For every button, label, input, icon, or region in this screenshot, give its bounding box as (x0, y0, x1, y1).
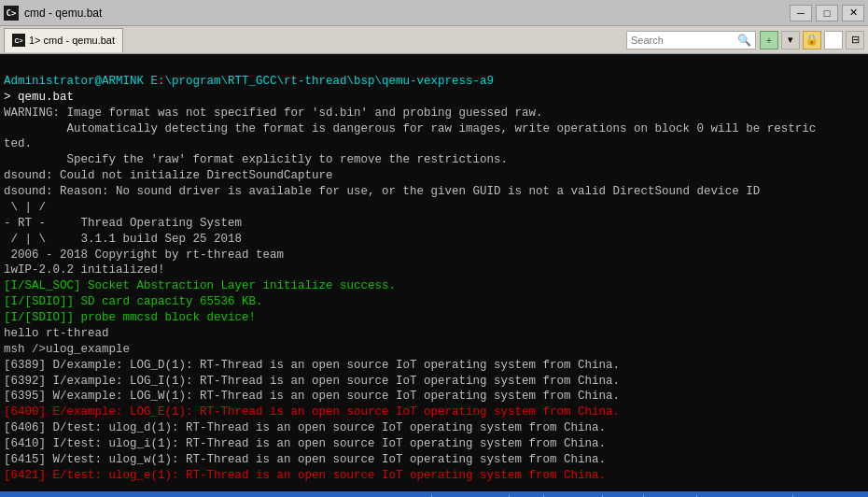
terminal-line: lwIP-2.0.2 initialized! (4, 263, 864, 278)
dropdown-button[interactable]: ▾ (781, 31, 800, 50)
terminal-line: [6410] I/test: ulog_i(1): RT-Thread is a… (4, 436, 864, 452)
search-button[interactable]: 🔍 (737, 34, 751, 47)
terminal-line: msh />ulog_example (4, 342, 864, 358)
toolbar: C> 1> cmd - qemu.bat 🔍 + ▾ 🔒 ≡ ⊟ (0, 26, 868, 54)
search-input[interactable] (631, 35, 734, 46)
terminal-line: hello rt-thread (4, 326, 864, 342)
terminal-line: [6395] W/example: LOG_W(1): RT-Thread is… (4, 389, 864, 405)
terminal-line: [6389] D/example: LOG_D(1): RT-Thread is… (4, 358, 864, 374)
terminal-line: [6392] I/example: LOG_I(1): RT-Thread is… (4, 374, 864, 390)
title-bar-controls: ─ □ ✕ (790, 5, 864, 21)
view-button[interactable]: ≡ (824, 31, 843, 50)
terminal-line: Automatically detecting the format is da… (4, 121, 864, 137)
split-button[interactable]: ⊟ (846, 31, 864, 50)
terminal-line: [I/[SDIO]] probe mmcsd block device! (4, 310, 864, 326)
search-area: 🔍 (626, 31, 756, 50)
settings-button[interactable]: 🔒 (803, 31, 821, 50)
terminal-line: - RT - Thread Operating System (4, 216, 864, 232)
minimize-button[interactable]: ─ (790, 5, 812, 21)
terminal-line: Specify the 'raw' format explicitly to r… (4, 152, 864, 168)
terminal-line: / | \ 3.1.1 build Sep 25 2018 (4, 232, 864, 248)
tab-label: 1> cmd - qemu.bat (29, 35, 115, 46)
terminal-line: Administrator@ARMINK E:\program\RTT_GCC\… (4, 74, 864, 90)
close-button[interactable]: ✕ (842, 5, 864, 21)
terminal-line: [6400] E/example: LOG_E(1): RT-Thread is… (4, 405, 864, 420)
terminal-line: [I/SAL_SOC] Socket Abstraction Layer ini… (4, 278, 864, 294)
status-bar: qemu-system-arm.exe*[32]:16824 180206[64… (0, 491, 868, 497)
terminal-line: [I/[SDIO]] SD card capacity 65536 KB. (4, 294, 864, 310)
title-bar-left: C> cmd - qemu.bat (4, 6, 102, 21)
cmd-icon: C> (4, 6, 19, 21)
terminal-line: [6406] D/test: ulog_d(1): RT-Thread is a… (4, 420, 864, 436)
terminal-output[interactable]: Administrator@ARMINK E:\program\RTT_GCC\… (0, 54, 868, 491)
title-bar-text: cmd - qemu.bat (24, 7, 102, 20)
terminal-line: [6415] W/test: ulog_w(1): RT-Thread is a… (4, 452, 864, 468)
terminal-line: dsound: Reason: No sound driver is avail… (4, 184, 864, 200)
terminal-line: 2006 - 2018 Copyright by rt-thread team (4, 248, 864, 263)
maximize-button[interactable]: □ (816, 5, 838, 21)
title-bar: C> cmd - qemu.bat ─ □ ✕ (0, 0, 868, 26)
terminal-line: dsound: Could not initialize DirectSound… (4, 168, 864, 184)
terminal-line: ted. (4, 136, 864, 152)
terminal-line: WARNING: Image format was not specified … (4, 106, 864, 121)
terminal-line: \ | / (4, 200, 864, 216)
new-tab-button[interactable]: + (760, 31, 778, 50)
active-tab[interactable]: C> 1> cmd - qemu.bat (4, 28, 123, 52)
terminal-line: > qemu.bat (4, 90, 864, 106)
terminal-line: [6421] E/test: ulog_e(1): RT-Thread is a… (4, 468, 864, 484)
tab-cmd-icon: C> (12, 34, 25, 47)
toolbar-buttons: + ▾ 🔒 ≡ ⊟ (760, 31, 864, 50)
